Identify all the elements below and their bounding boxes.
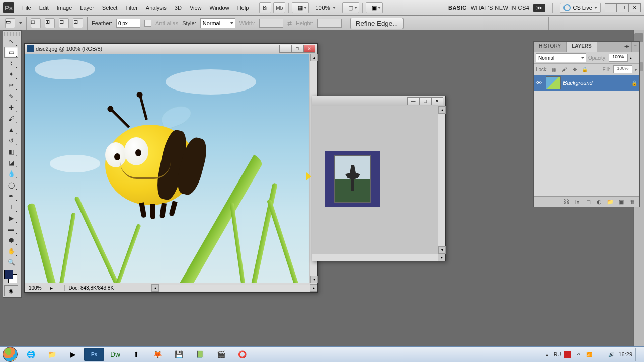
task-firefox[interactable]: 🦊 bbox=[147, 348, 168, 361]
menu-file[interactable]: File bbox=[18, 3, 35, 13]
layer-mask-icon[interactable]: ◻ bbox=[584, 198, 592, 205]
secondary-titlebar[interactable]: — □ ✕ bbox=[312, 96, 445, 107]
delete-layer-icon[interactable]: 🗑 bbox=[628, 198, 636, 205]
tray-show-hidden-icon[interactable]: ▴ bbox=[543, 350, 551, 358]
new-selection-icon[interactable]: □ bbox=[31, 18, 41, 28]
doc2-maximize-button[interactable]: □ bbox=[419, 97, 431, 105]
path-select-tool[interactable]: ▶ bbox=[4, 213, 18, 224]
doc-info-icon[interactable]: ▸ bbox=[46, 285, 65, 291]
workspace-basic[interactable]: BASIC bbox=[448, 5, 467, 11]
layer-row[interactable]: 👁 Background 🔒 bbox=[534, 75, 639, 91]
opacity-flyout-icon[interactable]: ▸ bbox=[630, 56, 632, 60]
marquee-tool[interactable]: ▭ bbox=[4, 47, 18, 58]
style-select[interactable]: Normal bbox=[200, 18, 235, 28]
restore-button[interactable]: ❐ bbox=[617, 3, 629, 12]
new-layer-icon[interactable]: ▣ bbox=[617, 198, 625, 205]
link-layers-icon[interactable]: ⛓ bbox=[562, 198, 570, 205]
menu-select[interactable]: Select bbox=[98, 3, 122, 13]
history-brush-tool[interactable]: ↺ bbox=[4, 135, 18, 146]
task-app3[interactable]: 📗 bbox=[190, 348, 210, 361]
fill-input[interactable]: 100% bbox=[613, 65, 632, 73]
history-tab[interactable]: HISTORY bbox=[534, 42, 567, 52]
language-indicator[interactable]: RU bbox=[554, 352, 561, 357]
color-swatches[interactable] bbox=[4, 270, 17, 283]
document-canvas[interactable] bbox=[25, 54, 309, 283]
menu-window[interactable]: Window bbox=[206, 3, 233, 13]
refine-edge-button[interactable]: Refine Edge... bbox=[350, 18, 404, 29]
chevron-down-icon[interactable] bbox=[19, 22, 22, 24]
cslive-dropdown[interactable]: CS Live bbox=[560, 3, 601, 13]
brush-tool[interactable]: 🖌 bbox=[4, 113, 18, 124]
feather-input[interactable] bbox=[116, 19, 140, 28]
foreground-color[interactable] bbox=[4, 270, 13, 279]
visibility-icon[interactable]: 👁 bbox=[534, 80, 544, 86]
bridge-icon[interactable]: Br bbox=[259, 2, 271, 13]
lock-pixels-icon[interactable]: 🖌 bbox=[561, 66, 568, 73]
scroll-down-icon[interactable]: ▾ bbox=[438, 246, 446, 254]
eraser-tool[interactable]: ◧ bbox=[4, 146, 18, 157]
scroll-up-icon[interactable]: ▴ bbox=[310, 54, 318, 61]
hand-tool[interactable]: ✋ bbox=[4, 246, 18, 257]
horizontal-scrollbar[interactable] bbox=[159, 285, 310, 291]
menu-analysis[interactable]: Analysis bbox=[142, 3, 171, 13]
panel-menu-icon[interactable]: ≡ bbox=[632, 42, 639, 52]
screen-mode-dropdown[interactable]: ▣ bbox=[366, 2, 383, 13]
doc-zoom[interactable]: 100% bbox=[25, 285, 46, 291]
menu-help[interactable]: Help bbox=[233, 3, 253, 13]
menu-edit[interactable]: Edit bbox=[35, 3, 53, 13]
menu-view[interactable]: View bbox=[186, 3, 206, 13]
collapse-icon[interactable]: ◂▸ bbox=[622, 42, 632, 52]
view-extras-dropdown[interactable]: ▦ bbox=[292, 2, 309, 13]
task-photoshop[interactable]: Ps bbox=[84, 348, 104, 361]
task-ie[interactable]: 🌐 bbox=[21, 348, 41, 361]
task-app[interactable]: ⬆ bbox=[126, 348, 146, 361]
clock[interactable]: 16:29 bbox=[618, 351, 632, 357]
tray-volume-icon[interactable]: 🔊 bbox=[607, 350, 615, 358]
layer-style-icon[interactable]: fx bbox=[573, 198, 581, 205]
toolbox-grip[interactable] bbox=[4, 32, 20, 36]
group-icon[interactable]: 📁 bbox=[606, 198, 614, 205]
task-dreamweaver[interactable]: Dw bbox=[105, 348, 125, 361]
menu-image[interactable]: Image bbox=[53, 3, 76, 13]
layer-thumbnail[interactable] bbox=[546, 76, 561, 89]
lock-all-icon[interactable]: 🔒 bbox=[581, 66, 588, 73]
secondary-vscroll[interactable]: ▴ ▾ bbox=[438, 106, 445, 254]
opacity-input[interactable]: 100% bbox=[609, 54, 628, 62]
secondary-canvas[interactable] bbox=[312, 106, 438, 254]
crop-tool[interactable]: ✂ bbox=[4, 80, 18, 91]
tray-icon[interactable] bbox=[564, 351, 571, 358]
task-app2[interactable]: 💾 bbox=[169, 348, 189, 361]
quick-mask-button[interactable]: ◉ bbox=[4, 285, 18, 296]
3d-tool[interactable]: ⬢ bbox=[4, 235, 18, 246]
gradient-tool[interactable]: ◪ bbox=[4, 157, 18, 168]
type-tool[interactable]: T bbox=[4, 202, 18, 213]
show-desktop-button[interactable] bbox=[635, 348, 640, 361]
scroll-right-icon[interactable]: ▸ bbox=[310, 284, 317, 292]
minibridge-icon[interactable]: Mb bbox=[273, 2, 285, 13]
secondary-hscroll[interactable]: ▸ bbox=[312, 254, 445, 261]
subtract-selection-icon[interactable]: ⊟ bbox=[59, 18, 69, 28]
menu-3d[interactable]: 3D bbox=[171, 3, 186, 13]
scroll-down-icon[interactable]: ▾ bbox=[310, 276, 318, 283]
layer-name[interactable]: Background bbox=[563, 80, 631, 86]
layers-tab[interactable]: LAYERS bbox=[567, 42, 597, 52]
zoom-tool[interactable]: 🔍 bbox=[4, 257, 18, 268]
task-media[interactable]: ▶ bbox=[63, 348, 83, 361]
arrange-docs-dropdown[interactable]: ▢ bbox=[342, 2, 359, 13]
adjustment-layer-icon[interactable]: ◐ bbox=[595, 198, 603, 205]
close-button[interactable]: ✕ bbox=[629, 3, 641, 12]
eyedropper-tool[interactable]: ✎ bbox=[4, 91, 18, 102]
doc2-minimize-button[interactable]: — bbox=[407, 97, 419, 105]
workspace-more-icon[interactable]: ≫ bbox=[533, 4, 545, 12]
scroll-left-icon[interactable]: ◂ bbox=[151, 284, 159, 292]
task-chrome[interactable]: ⭕ bbox=[232, 348, 252, 361]
lock-trans-icon[interactable]: ▦ bbox=[551, 66, 558, 73]
doc-close-button[interactable]: ✕ bbox=[303, 45, 315, 53]
intersect-selection-icon[interactable]: ⊡ bbox=[73, 18, 83, 28]
scroll-right-icon[interactable]: ▸ bbox=[438, 254, 445, 261]
document-titlebar[interactable]: disc2.jpg @ 100% (RGB/8) — □ ✕ bbox=[25, 44, 317, 54]
minimize-button[interactable]: — bbox=[605, 3, 617, 12]
scroll-up-icon[interactable]: ▴ bbox=[438, 106, 446, 114]
tray-network-icon[interactable]: 📶 bbox=[585, 350, 593, 358]
quick-select-tool[interactable]: ✦ bbox=[4, 69, 18, 80]
